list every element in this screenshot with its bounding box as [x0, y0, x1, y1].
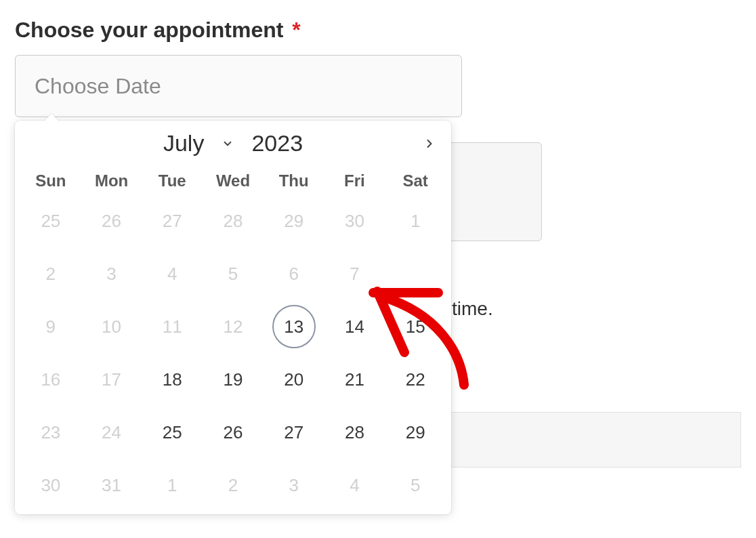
- calendar-day[interactable]: 21: [324, 353, 385, 406]
- calendar-day: 30: [324, 194, 385, 247]
- calendar-day: 12: [203, 300, 264, 353]
- calendar-month[interactable]: July: [163, 130, 204, 157]
- calendar-day: 16: [20, 353, 81, 406]
- field-label-text: Choose your appointment: [15, 18, 283, 42]
- calendar-day: 2: [20, 247, 81, 300]
- calendar-day: 30: [20, 459, 81, 512]
- calendar-day: 17: [81, 353, 142, 406]
- calendar-day: 11: [142, 300, 203, 353]
- weekday-wed: Wed: [203, 171, 264, 190]
- calendar-day[interactable]: 22: [385, 353, 446, 406]
- calendar-day: [385, 247, 446, 300]
- calendar-day: 27: [142, 194, 203, 247]
- calendar-body: 2526272829301234567910111213141516171819…: [15, 194, 451, 512]
- weekday-fri: Fri: [324, 171, 385, 190]
- calendar-day[interactable]: 29: [385, 406, 446, 459]
- calendar-day[interactable]: 13: [264, 300, 324, 353]
- calendar-day: 25: [20, 194, 81, 247]
- calendar-day: 29: [264, 194, 324, 247]
- calendar-header: July 2023: [15, 121, 451, 163]
- calendar-popup: July 2023 Sun Mon Tue Wed Thu Fri Sat 25…: [15, 121, 451, 514]
- weekday-tue: Tue: [142, 171, 203, 190]
- chevron-down-icon[interactable]: [222, 138, 234, 150]
- required-marker: *: [292, 18, 300, 42]
- calendar-day: 2: [203, 459, 264, 512]
- weekday-sun: Sun: [20, 171, 81, 190]
- calendar-day: 6: [264, 247, 324, 300]
- calendar-day: 9: [20, 300, 81, 353]
- calendar-day: 5: [385, 459, 446, 512]
- calendar-day: 10: [81, 300, 142, 353]
- calendar-day[interactable]: 14: [324, 300, 385, 353]
- calendar-day: 1: [385, 194, 446, 247]
- calendar-day: 28: [203, 194, 264, 247]
- calendar-day[interactable]: 28: [324, 406, 385, 459]
- calendar-day: 5: [203, 247, 264, 300]
- calendar-day[interactable]: 15: [385, 300, 446, 353]
- calendar-day: 7: [324, 247, 385, 300]
- calendar-day[interactable]: 26: [203, 406, 264, 459]
- time-text-fragment: time.: [452, 298, 493, 320]
- calendar-day[interactable]: 27: [264, 406, 324, 459]
- calendar-day: 3: [81, 247, 142, 300]
- calendar-day: 1: [142, 459, 203, 512]
- calendar-day: 31: [81, 459, 142, 512]
- calendar-day: 4: [324, 459, 385, 512]
- date-input[interactable]: [15, 55, 462, 117]
- calendar-day: 26: [81, 194, 142, 247]
- chevron-right-icon[interactable]: [423, 137, 435, 149]
- calendar-day[interactable]: 25: [142, 406, 203, 459]
- calendar-year[interactable]: 2023: [251, 130, 303, 157]
- calendar-weekdays: Sun Mon Tue Wed Thu Fri Sat: [15, 163, 451, 194]
- weekday-mon: Mon: [81, 171, 142, 190]
- calendar-day[interactable]: 20: [264, 353, 324, 406]
- field-label: Choose your appointment *: [15, 18, 741, 43]
- calendar-day: 23: [20, 406, 81, 459]
- calendar-day[interactable]: 19: [203, 353, 264, 406]
- calendar-day[interactable]: 18: [142, 353, 203, 406]
- calendar-day: 3: [264, 459, 324, 512]
- weekday-thu: Thu: [264, 171, 324, 190]
- calendar-day: 4: [142, 247, 203, 300]
- calendar-day: 24: [81, 406, 142, 459]
- weekday-sat: Sat: [385, 171, 446, 190]
